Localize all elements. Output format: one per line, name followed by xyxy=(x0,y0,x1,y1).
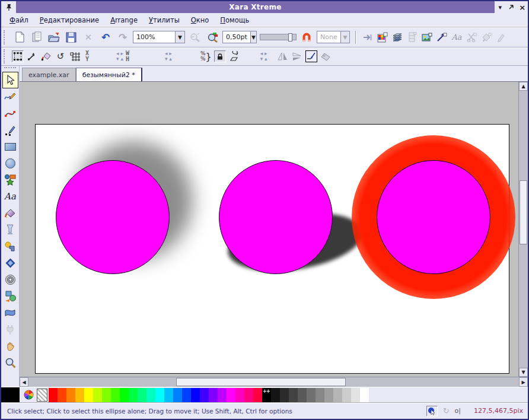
tool-pen[interactable] xyxy=(2,122,18,138)
tool-transparency[interactable] xyxy=(2,221,18,238)
canvas-area[interactable] xyxy=(20,82,518,377)
palette-swatch[interactable] xyxy=(129,388,138,402)
flip-horizontal-button[interactable] xyxy=(277,50,289,62)
tool-quickshape[interactable] xyxy=(2,171,18,188)
font-gallery-button[interactable]: Aa xyxy=(451,31,463,43)
clipart-gallery-button[interactable] xyxy=(466,31,477,43)
marquee-select-button[interactable] xyxy=(12,50,24,62)
palette-swatch[interactable] xyxy=(227,388,235,402)
flip-vertical-button[interactable] xyxy=(291,50,303,62)
horizontal-scroll-thumb[interactable] xyxy=(176,378,346,386)
palette-swatch[interactable] xyxy=(155,388,164,402)
fill-apply-button[interactable] xyxy=(40,50,52,62)
no-color-swatch[interactable] xyxy=(37,389,47,402)
copy-document-button[interactable] xyxy=(30,30,44,44)
skew-button[interactable] xyxy=(228,50,240,62)
palette-swatch[interactable] xyxy=(298,388,307,402)
fill-gallery-button[interactable] xyxy=(480,31,492,43)
tool-contour[interactable] xyxy=(2,271,18,288)
tool-ellipse[interactable] xyxy=(2,155,18,171)
palette-swatch[interactable] xyxy=(289,388,298,402)
palette-swatch[interactable] xyxy=(182,388,191,402)
close-button[interactable]: × xyxy=(518,3,527,12)
feather-combo[interactable]: None ▼ xyxy=(317,31,350,43)
frame-gallery-button[interactable] xyxy=(406,31,418,43)
palette-swatch[interactable] xyxy=(111,388,120,402)
grid-position-button[interactable] xyxy=(69,49,83,63)
toolbar-drag-handle[interactable] xyxy=(4,49,8,63)
palette-swatch[interactable] xyxy=(342,388,351,402)
ellipse-object-1[interactable] xyxy=(56,160,170,274)
new-document-button[interactable] xyxy=(12,30,27,44)
tab-example-xar[interactable]: example.xar xyxy=(22,68,76,81)
palette-swatch[interactable] xyxy=(138,388,146,402)
color-editor-button[interactable] xyxy=(21,388,36,402)
redo-button[interactable]: ↷ xyxy=(116,30,130,44)
palette-swatch[interactable] xyxy=(66,388,75,402)
zoom-combo[interactable]: 100% ▼ xyxy=(133,31,185,43)
palette-swatch[interactable] xyxy=(173,388,182,402)
palette-swatch[interactable] xyxy=(209,388,218,402)
scroll-up-button[interactable]: ▲ xyxy=(519,82,528,91)
pin-button[interactable] xyxy=(1,1,16,13)
palette-swatch[interactable] xyxy=(58,388,66,402)
palette-swatch[interactable] xyxy=(280,388,289,402)
menu-edit[interactable]: Редактирование xyxy=(40,16,99,24)
undo-button[interactable]: ↶ xyxy=(98,30,113,44)
palette-swatch[interactable] xyxy=(235,388,244,402)
palette-swatch[interactable] xyxy=(200,388,209,402)
toolbar-drag-handle[interactable] xyxy=(4,30,8,44)
chevron-down-icon[interactable]: ▼ xyxy=(250,31,256,43)
menu-utilities[interactable]: Утилиты xyxy=(149,16,180,24)
tool-selector[interactable] xyxy=(2,72,18,88)
palette-swatch[interactable] xyxy=(244,388,253,402)
delete-button[interactable]: ✕ xyxy=(81,30,95,44)
page[interactable] xyxy=(35,124,509,374)
chevron-down-icon[interactable]: ▼ xyxy=(175,31,184,43)
feather-slider[interactable] xyxy=(260,34,297,40)
line-gallery-button[interactable] xyxy=(436,31,448,43)
tag-button[interactable] xyxy=(320,50,332,62)
transform-arrow-button[interactable] xyxy=(305,50,317,62)
palette-swatch[interactable] xyxy=(333,388,342,402)
palette-swatch[interactable] xyxy=(164,388,173,402)
tool-rectangle[interactable] xyxy=(2,138,18,155)
previous-zoom-button[interactable] xyxy=(188,30,202,44)
maximize-button[interactable] xyxy=(506,3,515,12)
ellipse-object-2[interactable] xyxy=(219,160,333,274)
open-file-button[interactable] xyxy=(47,30,61,44)
tool-mould[interactable] xyxy=(2,304,18,321)
scroll-left-button[interactable]: ◀ xyxy=(20,377,28,387)
vertical-scroll-thumb[interactable] xyxy=(520,180,527,244)
tool-zoom[interactable] xyxy=(2,354,18,371)
menu-arrange[interactable]: Arrange xyxy=(110,16,138,24)
palette-swatch[interactable] xyxy=(75,388,84,402)
palette-swatch[interactable] xyxy=(351,388,360,402)
tab-untitled2[interactable]: безымянный2 * xyxy=(76,68,142,81)
horizontal-scrollbar[interactable]: ◀ ▶ xyxy=(20,377,528,387)
palette-swatch[interactable] xyxy=(84,388,93,402)
drag-curve-button[interactable] xyxy=(26,50,38,62)
tool-fill[interactable] xyxy=(2,205,18,221)
ellipse-object-3[interactable] xyxy=(377,160,490,274)
snap-indicator-button[interactable] xyxy=(426,406,438,416)
palette-swatch[interactable] xyxy=(218,388,227,402)
palette-swatch[interactable] xyxy=(146,388,155,402)
bitmap-gallery-button[interactable] xyxy=(421,31,433,43)
import-button[interactable] xyxy=(362,31,374,43)
vertical-scrollbar[interactable]: ▲ ▼ xyxy=(518,82,528,377)
palette-swatch[interactable] xyxy=(49,388,58,402)
nudge-x-buttons[interactable]: ◂ ▸▾ ▴ xyxy=(116,51,123,62)
tool-freehand[interactable] xyxy=(2,88,18,105)
menu-window[interactable]: Окно xyxy=(191,16,209,24)
nudge-rotate-buttons[interactable]: ◂ ▸▾ ▴ xyxy=(260,51,267,62)
scroll-down-button[interactable]: ▼ xyxy=(519,368,528,377)
rotate-mode-button[interactable]: ↺ xyxy=(55,50,66,62)
palette-swatch[interactable] xyxy=(93,388,102,402)
palette-swatch[interactable] xyxy=(191,388,200,402)
menu-help[interactable]: Помощь xyxy=(220,16,249,24)
color-gallery-button[interactable] xyxy=(377,31,388,43)
palette-swatch[interactable] xyxy=(120,388,129,402)
palette-swatch[interactable] xyxy=(253,388,262,402)
menu-file[interactable]: Файл xyxy=(9,16,28,24)
